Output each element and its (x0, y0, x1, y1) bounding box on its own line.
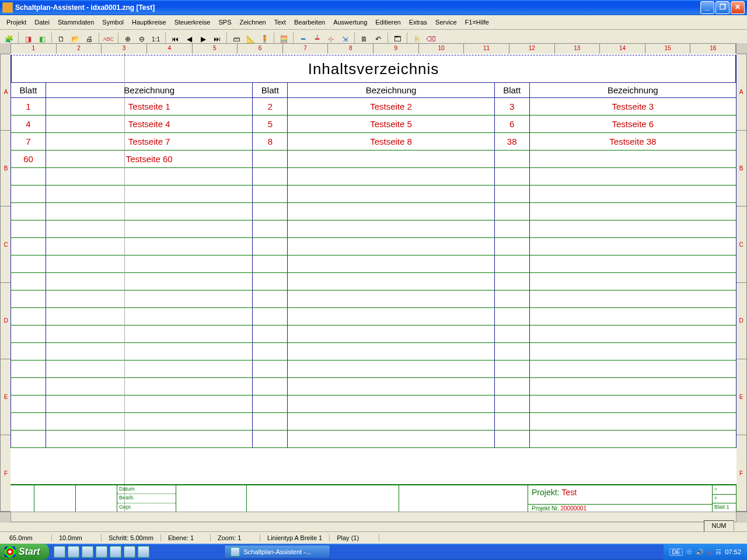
footer-bearb: Bearb. (117, 494, 176, 503)
ql-outlook-icon[interactable] (82, 546, 93, 558)
taskbar: Start Schaltplan-Assistent -... DE ☉ 🔊 △… (0, 544, 747, 560)
table-row (11, 308, 736, 326)
maximize-button[interactable]: ❐ (715, 1, 729, 14)
ql-wmp-icon[interactable] (96, 546, 107, 558)
tray-av-icon[interactable]: △ (707, 548, 712, 556)
status-layer: Ebene: 1 (161, 534, 211, 541)
close-button[interactable]: ✕ (731, 1, 745, 14)
menubar: ProjektDateiStammdatenSymbolHauptkreiseS… (0, 15, 747, 30)
quicklaunch (49, 546, 154, 558)
table-row (11, 343, 736, 360)
toc-table: BlattBezeichnungBlattBezeichnungBlattBez… (11, 82, 736, 448)
menu-extras[interactable]: Extras (405, 18, 431, 27)
status-y: 10.0mm (52, 534, 102, 541)
ql-excel-icon[interactable] (110, 546, 121, 558)
table-row: 1Testseite 12Testseite 23Testseite 3 (11, 98, 736, 116)
table-row (11, 360, 736, 378)
table-row (11, 273, 736, 290)
footer-datum: Datum (117, 485, 176, 494)
menu-service[interactable]: Service (431, 18, 461, 27)
status-line: Linientyp A Breite 1 (260, 534, 330, 541)
menu-steuerkreise[interactable]: Steuerkreise (170, 18, 215, 27)
start-button[interactable]: Start (0, 544, 49, 560)
table-row (11, 396, 736, 413)
table-row (11, 326, 736, 343)
tray-vol-icon[interactable]: 🔊 (696, 548, 704, 556)
app-icon (2, 2, 13, 13)
menu-stammdaten[interactable]: Stammdaten (54, 18, 98, 27)
ql-app-icon[interactable] (138, 546, 149, 558)
taskbar-app-button[interactable]: Schaltplan-Assistent -... (224, 545, 330, 559)
table-row (11, 413, 736, 430)
table-row (11, 186, 736, 203)
status-step: Schritt: 5.00mm (102, 534, 161, 541)
taskbtn-icon (231, 547, 240, 556)
menu-hauptkreise[interactable]: Hauptkreise (128, 18, 170, 27)
ql-explorer-icon[interactable] (54, 546, 65, 558)
lang-indicator[interactable]: DE (669, 548, 683, 556)
ql-word-icon[interactable] (68, 546, 79, 558)
table-row: 7Testseite 78Testseite 838Testseite 38 (11, 133, 736, 150)
menu-bearbeiten[interactable]: Bearbeiten (290, 18, 329, 27)
table-row (11, 256, 736, 273)
titlebar: Schaltplan-Assistent - idxa0001.zng [Tes… (0, 0, 747, 15)
num-indicator: NUM (704, 520, 734, 532)
ruler-vertical-left: ABCDEF (0, 54, 12, 512)
footer-gepr: Gepr. (117, 503, 176, 512)
status-play: Play (1) (330, 534, 379, 541)
ruler-horizontal: 12345678910111213141516 (11, 43, 736, 55)
menu-zeichnen[interactable]: Zeichnen (235, 18, 270, 27)
work-area: 12345678910111213141516 ABCDEF ABCDEF In… (0, 43, 747, 523)
proj-label: Projekt: (532, 488, 559, 497)
table-row: 4Testseite 45Testseite 56Testseite 6 (11, 116, 736, 133)
table-row (11, 378, 736, 396)
tray-icon-1[interactable]: ☉ (686, 548, 692, 556)
menu-editieren[interactable]: Editieren (371, 18, 404, 27)
page-title: Inhaltsverzeichnis (11, 55, 736, 82)
table-row (11, 203, 736, 220)
table-row (11, 430, 736, 448)
ql-ie-icon[interactable] (124, 546, 135, 558)
ruler-vertical-right: ABCDEF (735, 54, 747, 512)
blatt-label: Blatt 1 (713, 503, 736, 512)
status-zoom: Zoom: 1 (211, 534, 260, 541)
windows-logo-icon (5, 547, 15, 557)
scrollbar-horizontal[interactable] (11, 512, 736, 522)
menu-symbol[interactable]: Symbol (98, 18, 128, 27)
title-block: Datum Bearb. Gepr. Projekt: Test Projekt… (11, 484, 736, 512)
menu-datei[interactable]: Datei (30, 18, 54, 27)
plus-label: + (713, 495, 736, 504)
table-row (11, 168, 736, 186)
menu-projekt[interactable]: Projekt (2, 18, 30, 27)
tray-clock[interactable]: 07:52 (725, 548, 741, 555)
window-title: Schaltplan-Assistent - idxa0001.zng [Tes… (15, 4, 155, 12)
drawing-canvas[interactable]: Inhaltsverzeichnis BlattBezeichnungBlatt… (11, 54, 736, 512)
table-row (11, 238, 736, 256)
statusbar: 65.0mm 10.0mm Schritt: 5.00mm Ebene: 1 Z… (0, 531, 747, 544)
projnr-label: Projekt Nr. (532, 505, 559, 512)
table-row (11, 220, 736, 238)
projnr-value: 20000001 (560, 505, 587, 512)
taskbtn-label: Schaltplan-Assistent -... (243, 548, 311, 555)
menu-auswertung[interactable]: Auswertung (329, 18, 371, 27)
table-row (11, 290, 736, 308)
proj-value: Test (561, 488, 577, 497)
eq-label: = (713, 485, 736, 495)
status-x: 65.0mm (2, 534, 52, 541)
menu-sps[interactable]: SPS (214, 18, 235, 27)
systray: DE ☉ 🔊 △ ☵ 07:52 (664, 544, 747, 560)
minimize-button[interactable]: _ (700, 1, 714, 14)
table-row: 60Testseite 60 (11, 150, 736, 168)
tray-net-icon[interactable]: ☵ (715, 548, 721, 556)
menu-text[interactable]: Text (270, 18, 290, 27)
menu-f1=hilfe[interactable]: F1=Hilfe (461, 18, 493, 27)
